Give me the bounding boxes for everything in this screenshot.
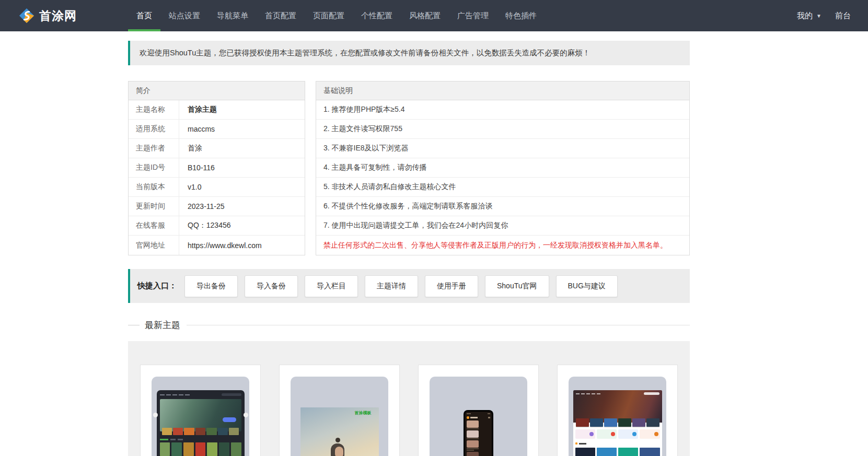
my-dropdown-label: 我的 — [797, 11, 813, 21]
theme-card-1[interactable] — [140, 365, 261, 456]
note-item: 1. 推荐使用PHP版本≥5.4 — [316, 100, 689, 120]
export-backup-button[interactable]: 导出备份 — [184, 275, 238, 297]
row-value: 首涂主题 — [179, 100, 217, 119]
note-item: 6. 不提供个性化修改服务，高端定制请联系客服洽谈 — [316, 197, 689, 216]
official-site-url[interactable]: https://www.dkewl.com — [179, 236, 262, 255]
quick-entry-label: 快捷入口： — [137, 281, 177, 291]
notes-panel: 基础说明 1. 推荐使用PHP版本≥5.4 2. 主题文件读写权限755 3. … — [316, 81, 690, 255]
welcome-alert-text: 欢迎使用ShouTu主题，您已获得授权使用本主题管理系统，在您配置或修改文件前请… — [140, 48, 590, 58]
section-title-text: 最新主题 — [145, 319, 180, 331]
main-content: 欢迎使用ShouTu主题，您已获得授权使用本主题管理系统，在您配置或修改文件前请… — [128, 41, 690, 456]
note-item: 5. 非技术人员请勿私自修改主题核心文件 — [316, 178, 689, 197]
row-value: 首涂 — [179, 139, 202, 158]
intro-panel-title: 简介 — [129, 81, 305, 100]
nav-item-nav-menu[interactable]: 导航菜单 — [209, 0, 257, 31]
theme-preview-4 — [569, 377, 666, 456]
row-label: 主题名称 — [129, 100, 179, 119]
theme-preview-1 — [152, 377, 249, 456]
theme-preview-2: 首涂模板 ▶ — [291, 377, 388, 456]
row-value: QQ：123456 — [179, 216, 231, 235]
table-row: 在线客服 QQ：123456 — [129, 216, 305, 236]
row-label: 当前版本 — [129, 178, 179, 196]
nav-item-ad-management[interactable]: 广告管理 — [449, 0, 497, 31]
theme-cards: 首涂模板 ▶ — [140, 365, 678, 456]
row-label: 在线客服 — [129, 216, 179, 235]
intro-panel: 简介 主题名称 首涂主题 适用系统 maccms 主题作者 首涂 主题ID号 B… — [128, 81, 305, 255]
nav-item-style-config[interactable]: 风格配置 — [401, 0, 449, 31]
my-dropdown[interactable]: 我的 ▼ — [790, 0, 828, 31]
divider — [128, 325, 140, 325]
note-item: 2. 主题文件读写权限755 — [316, 120, 689, 139]
row-value: 2023-11-25 — [179, 197, 225, 216]
row-value: B10-116 — [179, 158, 215, 177]
welcome-alert: 欢迎使用ShouTu主题，您已获得授权使用本主题管理系统，在您配置或修改文件前请… — [128, 41, 690, 65]
nav-item-featured-plugins[interactable]: 特色插件 — [497, 0, 545, 31]
logo-text: 首涂网 — [39, 8, 77, 24]
row-label: 主题作者 — [129, 139, 179, 158]
top-navbar: 首涂网 首页 站点设置 导航菜单 首页配置 页面配置 个性配置 风格配置 广告管… — [0, 0, 868, 31]
navbar-right: 我的 ▼ 前台 — [790, 0, 868, 31]
divider — [187, 325, 690, 325]
note-item: 3. 不兼容IE8及以下浏览器 — [316, 139, 689, 158]
import-columns-button[interactable]: 导入栏目 — [305, 275, 358, 297]
nav-item-home[interactable]: 首页 — [128, 0, 160, 31]
user-manual-button[interactable]: 使用手册 — [425, 275, 478, 297]
theme-card-2[interactable]: 首涂模板 ▶ — [279, 365, 400, 456]
quick-entry-bar: 快捷入口： 导出备份 导入备份 导入栏目 主题详情 使用手册 ShouTu官网 … — [128, 269, 690, 303]
latest-themes-panel: 首涂模板 ▶ — [128, 341, 690, 456]
notes-panel-title: 基础说明 — [316, 81, 689, 100]
logo-icon — [19, 8, 34, 24]
row-value: v1.0 — [179, 178, 201, 196]
nav-item-home-config[interactable]: 首页配置 — [257, 0, 305, 31]
theme-card-3[interactable] — [418, 365, 539, 456]
note-item: 4. 主题具备可复制性，请勿传播 — [316, 158, 689, 178]
row-value: maccms — [179, 120, 215, 138]
info-row: 简介 主题名称 首涂主题 适用系统 maccms 主题作者 首涂 主题ID号 B… — [128, 81, 690, 255]
latest-themes-title: 最新主题 — [128, 319, 690, 331]
main-menu: 首页 站点设置 导航菜单 首页配置 页面配置 个性配置 风格配置 广告管理 特色… — [128, 0, 545, 31]
frontend-link[interactable]: 前台 — [828, 0, 858, 31]
row-label: 更新时间 — [129, 197, 179, 216]
table-row: 适用系统 maccms — [129, 120, 305, 139]
table-row: 主题作者 首涂 — [129, 139, 305, 158]
row-label: 适用系统 — [129, 120, 179, 138]
table-row: 官网地址 https://www.dkewl.com — [129, 236, 305, 255]
nav-item-site-settings[interactable]: 站点设置 — [160, 0, 209, 31]
table-row: 主题ID号 B10-116 — [129, 158, 305, 178]
shoutu-official-button[interactable]: ShouTu官网 — [485, 275, 549, 297]
import-backup-button[interactable]: 导入备份 — [245, 275, 298, 297]
warning-note: 禁止任何形式的二次出售、分享他人等侵害作者及正版用户的行为，一经发现取消授权资格… — [316, 236, 689, 255]
chevron-down-icon: ▼ — [816, 13, 821, 19]
theme-card-4[interactable] — [557, 365, 678, 456]
table-row: 更新时间 2023-11-25 — [129, 197, 305, 216]
watermark-text: 首涂模板 — [355, 410, 372, 416]
table-row: 主题名称 首涂主题 — [129, 100, 305, 120]
bug-suggestion-button[interactable]: BUG与建议 — [556, 275, 618, 297]
theme-preview-3 — [430, 377, 527, 456]
row-label: 主题ID号 — [129, 158, 179, 177]
row-label: 官网地址 — [129, 236, 179, 255]
nav-item-page-config[interactable]: 页面配置 — [305, 0, 353, 31]
nav-item-personal-config[interactable]: 个性配置 — [353, 0, 401, 31]
theme-details-button[interactable]: 主题详情 — [365, 275, 418, 297]
note-item: 7. 使用中出现问题请提交工单，我们会在24小时内回复你 — [316, 216, 689, 236]
logo[interactable]: 首涂网 — [19, 0, 77, 31]
table-row: 当前版本 v1.0 — [129, 178, 305, 197]
